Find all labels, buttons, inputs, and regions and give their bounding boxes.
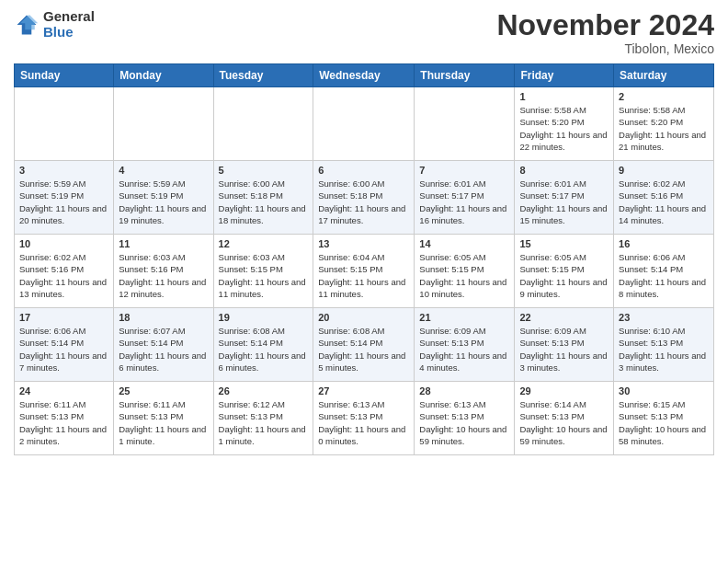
day-info: Sunrise: 6:05 AM Sunset: 5:15 PM Dayligh… [419, 251, 509, 300]
day-cell: 10Sunrise: 6:02 AM Sunset: 5:16 PM Dayli… [15, 235, 114, 308]
day-info: Sunrise: 6:01 AM Sunset: 5:17 PM Dayligh… [419, 178, 509, 226]
weekday-saturday: Saturday [614, 64, 714, 87]
day-info: Sunrise: 6:00 AM Sunset: 5:18 PM Dayligh… [219, 178, 309, 226]
day-info: Sunrise: 5:58 AM Sunset: 5:20 PM Dayligh… [619, 104, 709, 153]
day-number: 6 [318, 165, 409, 176]
weekday-thursday: Thursday [415, 64, 515, 87]
page: General Blue November 2024 Tibolon, Mexi… [0, 0, 728, 465]
day-number: 5 [219, 165, 309, 176]
week-row-2: 10Sunrise: 6:02 AM Sunset: 5:16 PM Dayli… [15, 235, 714, 308]
day-number: 1 [519, 91, 609, 102]
day-number: 27 [318, 385, 409, 396]
day-number: 16 [619, 238, 709, 249]
day-cell: 30Sunrise: 6:15 AM Sunset: 5:13 PM Dayli… [614, 382, 714, 455]
title-block: November 2024 Tibolon, Mexico [496, 9, 714, 56]
day-info: Sunrise: 6:06 AM Sunset: 5:14 PM Dayligh… [19, 325, 108, 373]
day-cell: 24Sunrise: 6:11 AM Sunset: 5:13 PM Dayli… [15, 382, 114, 455]
day-cell: 6Sunrise: 6:00 AM Sunset: 5:18 PM Daylig… [313, 161, 415, 235]
week-row-0: 1Sunrise: 5:58 AM Sunset: 5:20 PM Daylig… [15, 87, 714, 161]
day-cell: 5Sunrise: 6:00 AM Sunset: 5:18 PM Daylig… [213, 161, 313, 235]
day-info: Sunrise: 6:01 AM Sunset: 5:17 PM Dayligh… [519, 178, 609, 226]
day-info: Sunrise: 6:04 AM Sunset: 5:15 PM Dayligh… [318, 251, 409, 300]
day-cell: 14Sunrise: 6:05 AM Sunset: 5:15 PM Dayli… [415, 235, 515, 308]
weekday-monday: Monday [114, 64, 213, 87]
day-cell: 9Sunrise: 6:02 AM Sunset: 5:16 PM Daylig… [614, 161, 714, 235]
week-row-4: 24Sunrise: 6:11 AM Sunset: 5:13 PM Dayli… [15, 382, 714, 455]
day-cell [213, 87, 313, 161]
day-number: 24 [19, 385, 108, 396]
day-info: Sunrise: 6:10 AM Sunset: 5:13 PM Dayligh… [619, 325, 709, 373]
day-number: 23 [619, 312, 709, 323]
day-info: Sunrise: 6:13 AM Sunset: 5:13 PM Dayligh… [419, 398, 509, 447]
logo-text: General Blue [43, 9, 95, 40]
weekday-row: Sunday Monday Tuesday Wednesday Thursday… [15, 64, 714, 87]
day-info: Sunrise: 6:11 AM Sunset: 5:13 PM Dayligh… [119, 398, 208, 447]
day-number: 20 [318, 312, 409, 323]
day-number: 2 [619, 91, 709, 102]
day-cell: 2Sunrise: 5:58 AM Sunset: 5:20 PM Daylig… [614, 87, 714, 161]
day-number: 19 [219, 312, 309, 323]
day-number: 11 [119, 238, 208, 249]
week-row-1: 3Sunrise: 5:59 AM Sunset: 5:19 PM Daylig… [15, 161, 714, 235]
day-cell: 19Sunrise: 6:08 AM Sunset: 5:14 PM Dayli… [213, 308, 313, 382]
day-cell: 8Sunrise: 6:01 AM Sunset: 5:17 PM Daylig… [515, 161, 614, 235]
day-cell: 17Sunrise: 6:06 AM Sunset: 5:14 PM Dayli… [15, 308, 114, 382]
day-number: 25 [119, 385, 208, 396]
logo-icon [14, 12, 40, 38]
day-info: Sunrise: 6:08 AM Sunset: 5:14 PM Dayligh… [318, 325, 409, 373]
calendar-header: Sunday Monday Tuesday Wednesday Thursday… [15, 64, 714, 87]
day-info: Sunrise: 6:14 AM Sunset: 5:13 PM Dayligh… [519, 398, 609, 447]
day-info: Sunrise: 6:05 AM Sunset: 5:15 PM Dayligh… [519, 251, 609, 300]
day-cell [114, 87, 213, 161]
day-cell: 13Sunrise: 6:04 AM Sunset: 5:15 PM Dayli… [313, 235, 415, 308]
weekday-sunday: Sunday [15, 64, 114, 87]
day-cell [15, 87, 114, 161]
day-number: 17 [19, 312, 108, 323]
day-info: Sunrise: 6:12 AM Sunset: 5:13 PM Dayligh… [219, 398, 309, 447]
day-number: 29 [519, 385, 609, 396]
weekday-friday: Friday [515, 64, 614, 87]
day-number: 13 [318, 238, 409, 249]
day-cell: 28Sunrise: 6:13 AM Sunset: 5:13 PM Dayli… [415, 382, 515, 455]
day-info: Sunrise: 6:09 AM Sunset: 5:13 PM Dayligh… [419, 325, 509, 373]
day-number: 3 [19, 165, 108, 176]
day-number: 14 [419, 238, 509, 249]
day-info: Sunrise: 5:59 AM Sunset: 5:19 PM Dayligh… [119, 178, 208, 226]
day-cell: 23Sunrise: 6:10 AM Sunset: 5:13 PM Dayli… [614, 308, 714, 382]
day-info: Sunrise: 6:09 AM Sunset: 5:13 PM Dayligh… [519, 325, 609, 373]
day-cell: 7Sunrise: 6:01 AM Sunset: 5:17 PM Daylig… [415, 161, 515, 235]
day-cell: 16Sunrise: 6:06 AM Sunset: 5:14 PM Dayli… [614, 235, 714, 308]
day-info: Sunrise: 6:07 AM Sunset: 5:14 PM Dayligh… [119, 325, 208, 373]
weekday-wednesday: Wednesday [313, 64, 415, 87]
day-info: Sunrise: 6:13 AM Sunset: 5:13 PM Dayligh… [318, 398, 409, 447]
day-number: 4 [119, 165, 208, 176]
day-number: 21 [419, 312, 509, 323]
day-cell [415, 87, 515, 161]
day-info: Sunrise: 6:02 AM Sunset: 5:16 PM Dayligh… [619, 178, 709, 226]
day-number: 28 [419, 385, 509, 396]
calendar-body: 1Sunrise: 5:58 AM Sunset: 5:20 PM Daylig… [15, 87, 714, 455]
calendar: Sunday Monday Tuesday Wednesday Thursday… [14, 63, 714, 455]
header: General Blue November 2024 Tibolon, Mexi… [14, 9, 714, 56]
logo: General Blue [14, 9, 95, 40]
month-title: November 2024 [496, 9, 714, 41]
day-cell: 3Sunrise: 5:59 AM Sunset: 5:19 PM Daylig… [15, 161, 114, 235]
day-cell: 29Sunrise: 6:14 AM Sunset: 5:13 PM Dayli… [515, 382, 614, 455]
day-number: 15 [519, 238, 609, 249]
day-cell: 1Sunrise: 5:58 AM Sunset: 5:20 PM Daylig… [515, 87, 614, 161]
day-info: Sunrise: 6:03 AM Sunset: 5:15 PM Dayligh… [219, 251, 309, 300]
day-cell: 20Sunrise: 6:08 AM Sunset: 5:14 PM Dayli… [313, 308, 415, 382]
day-cell: 12Sunrise: 6:03 AM Sunset: 5:15 PM Dayli… [213, 235, 313, 308]
day-cell: 11Sunrise: 6:03 AM Sunset: 5:16 PM Dayli… [114, 235, 213, 308]
day-number: 12 [219, 238, 309, 249]
day-info: Sunrise: 6:15 AM Sunset: 5:13 PM Dayligh… [619, 398, 709, 447]
location: Tibolon, Mexico [496, 41, 714, 56]
day-cell [313, 87, 415, 161]
day-cell: 22Sunrise: 6:09 AM Sunset: 5:13 PM Dayli… [515, 308, 614, 382]
day-number: 10 [19, 238, 108, 249]
day-cell: 4Sunrise: 5:59 AM Sunset: 5:19 PM Daylig… [114, 161, 213, 235]
day-info: Sunrise: 6:02 AM Sunset: 5:16 PM Dayligh… [19, 251, 108, 300]
day-info: Sunrise: 6:03 AM Sunset: 5:16 PM Dayligh… [119, 251, 208, 300]
day-cell: 18Sunrise: 6:07 AM Sunset: 5:14 PM Dayli… [114, 308, 213, 382]
day-number: 22 [519, 312, 609, 323]
